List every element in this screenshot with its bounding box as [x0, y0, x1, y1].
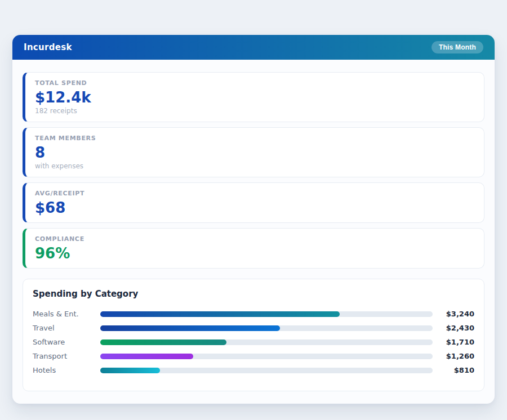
chart-bar-fill: [100, 311, 340, 317]
stat-value: $68: [35, 200, 474, 216]
period-badge[interactable]: This Month: [432, 41, 483, 53]
stat-card-compliance: COMPLIANCE 96%: [23, 228, 484, 269]
stat-card-total-spend: TOTAL SPEND $12.4k 182 receipts: [23, 72, 484, 122]
chart-bar-fill: [100, 368, 160, 373]
chart-row: Transport$1,260: [33, 349, 474, 363]
chart-row: Software$1,710: [33, 335, 474, 349]
spending-chart-card: Spending by Category Meals & Ent.$3,240T…: [23, 279, 484, 391]
chart-bar-fill: [100, 354, 193, 359]
chart-bar-track: [100, 325, 433, 331]
chart-category-label: Travel: [33, 324, 99, 332]
stat-label: AVG/RECEIPT: [35, 190, 474, 197]
dashboard-card: Incurdesk This Month TOTAL SPEND $12.4k …: [12, 35, 495, 404]
chart-rows: Meals & Ent.$3,240Travel$2,430Software$1…: [33, 307, 474, 377]
app-header: Incurdesk This Month: [12, 35, 495, 60]
app-title: Incurdesk: [24, 42, 72, 52]
chart-bar-fill: [100, 339, 226, 345]
chart-category-label: Hotels: [33, 366, 99, 374]
stat-label: TOTAL SPEND: [35, 79, 474, 87]
stat-value: 8: [35, 145, 474, 160]
chart-value-label: $3,240: [434, 310, 474, 318]
stat-sub: 182 receipts: [35, 108, 474, 115]
stat-label: TEAM MEMBERS: [35, 135, 474, 142]
stat-value: $12.4k: [35, 90, 474, 105]
stat-card-avg-receipt: AVG/RECEIPT $68: [23, 182, 484, 223]
stat-sub: with expenses: [35, 163, 474, 170]
chart-row: Meals & Ent.$3,240: [33, 307, 474, 321]
stat-card-team-members: TEAM MEMBERS 8 with expenses: [23, 127, 484, 177]
chart-value-label: $2,430: [434, 324, 474, 332]
chart-bar-fill: [100, 325, 280, 331]
chart-value-label: $810: [434, 366, 474, 374]
stat-value: 96%: [35, 245, 474, 261]
stat-label: COMPLIANCE: [35, 235, 474, 243]
chart-row: Travel$2,430: [33, 321, 474, 335]
chart-row: Hotels$810: [33, 363, 474, 377]
chart-bar-track: [100, 311, 433, 317]
chart-category-label: Transport: [33, 352, 99, 360]
dashboard-body: TOTAL SPEND $12.4k 182 receipts TEAM MEM…: [12, 60, 495, 404]
chart-category-label: Meals & Ent.: [33, 310, 99, 318]
chart-value-label: $1,260: [434, 352, 474, 360]
chart-title: Spending by Category: [33, 289, 474, 300]
chart-bar-track: [100, 339, 433, 345]
chart-category-label: Software: [33, 338, 99, 346]
chart-bar-track: [100, 354, 433, 359]
chart-bar-track: [100, 368, 433, 373]
chart-value-label: $1,710: [434, 338, 474, 346]
